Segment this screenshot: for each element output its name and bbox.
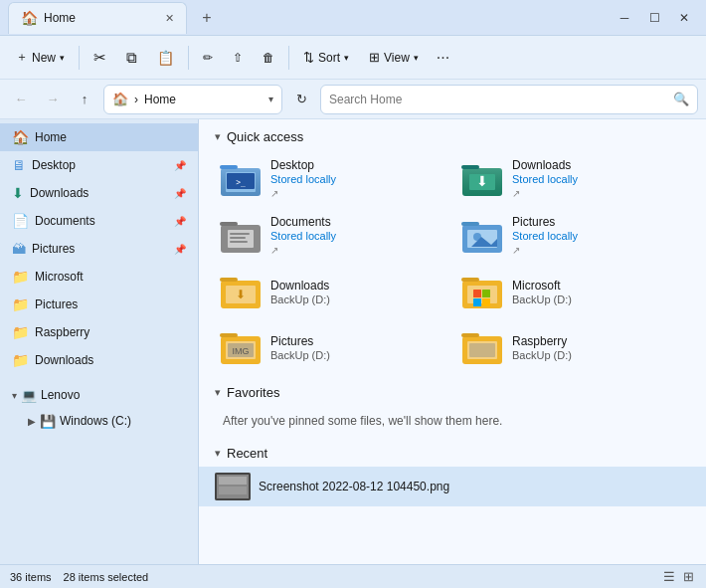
close-button[interactable]: ✕	[670, 6, 698, 30]
windows-c-chevron-icon: ▶	[28, 416, 36, 427]
qa-documents-item[interactable]: Documents Stored locally ↗	[211, 207, 452, 264]
sidebar-item-microsoft[interactable]: 📁 Microsoft	[0, 263, 198, 291]
sidebar-raspberry-label: Raspberry	[35, 325, 186, 339]
svg-rect-14	[230, 233, 250, 235]
view-icon: ⊞	[369, 50, 380, 65]
qa-pictures-item[interactable]: Pictures Stored locally ↗	[452, 207, 694, 264]
raspberry-folder-icon: 📁	[12, 324, 29, 340]
tab-close-icon[interactable]: ✕	[165, 12, 174, 25]
qa-pictures-sub: Stored locally	[512, 230, 578, 242]
qa-documents-sub: Stored locally	[270, 230, 336, 242]
share-button[interactable]: ⇧	[225, 42, 251, 74]
new-icon: ＋	[16, 49, 28, 66]
status-view-controls: ☰ ⊞	[661, 567, 696, 586]
qa-pictures-backup-sub: BackUp (D:)	[270, 349, 330, 361]
toolbar: ＋ New ▾ ✂ ⧉ 📋 ✏ ⇧ 🗑 ⇅ Sort ▾ ⊞ View ▾ ··…	[0, 36, 706, 80]
qa-microsoft-backup-item[interactable]: Microsoft BackUp (D:)	[452, 264, 694, 319]
maximize-button[interactable]: ☐	[640, 6, 668, 30]
qa-microsoft-backup-name: Microsoft	[512, 279, 572, 293]
pictures-backup-folder-svg: IMG	[220, 328, 262, 366]
favorites-header[interactable]: ▾ Favorites	[199, 375, 706, 406]
pictures2-folder-icon: 📁	[12, 296, 29, 312]
address-field[interactable]: 🏠 › Home ▾	[103, 85, 282, 114]
sort-button[interactable]: ⇅ Sort ▾	[295, 42, 357, 74]
minimize-button[interactable]: ─	[611, 6, 638, 30]
sidebar-item-documents[interactable]: 📄 Documents 📌	[0, 207, 198, 235]
raspberry-backup-folder-svg	[461, 328, 503, 366]
qa-microsoft-backup-sub: BackUp (D:)	[512, 294, 572, 305]
qa-documents-info: Documents Stored locally ↗	[270, 215, 336, 256]
recent-screenshot-item[interactable]: Screenshot 2022-08-12 104450.png	[199, 467, 706, 506]
svg-rect-12	[220, 222, 238, 226]
sidebar-home-label: Home	[35, 130, 186, 144]
more-button[interactable]: ···	[431, 45, 455, 71]
svg-rect-34	[220, 333, 238, 337]
sort-icon: ⇅	[303, 50, 314, 65]
qa-desktop-info: Desktop Stored locally ↗	[270, 158, 336, 199]
sidebar-item-desktop[interactable]: 🖥 Desktop 📌	[0, 151, 198, 179]
list-view-button[interactable]: ☰	[661, 567, 677, 586]
sidebar-item-downloads[interactable]: ⬇ Downloads 📌	[0, 179, 198, 207]
search-box[interactable]: 🔍	[320, 85, 698, 114]
qa-desktop-item[interactable]: >_ Desktop Stored locally ↗	[211, 150, 452, 207]
documents-folder-svg	[220, 217, 262, 255]
view-chevron-icon: ▾	[414, 53, 419, 63]
sidebar-downloads-label: Downloads	[30, 186, 168, 200]
quick-access-header[interactable]: ▾ Quick access	[199, 119, 706, 150]
quick-access-row-2: Documents Stored locally ↗ Pictur	[199, 207, 706, 264]
qa-pictures-backup-item[interactable]: IMG Pictures BackUp (D:)	[211, 319, 452, 375]
recent-chevron-icon: ▾	[215, 447, 221, 460]
sidebar-tree-lenovo[interactable]: ▾ 💻 Lenovo	[0, 382, 198, 408]
paste-button[interactable]: 📋	[149, 42, 182, 74]
svg-rect-41	[469, 343, 495, 357]
favorites-chevron-icon: ▾	[215, 386, 221, 399]
svg-rect-27	[461, 278, 479, 282]
main-area: 🏠 Home 🖥 Desktop 📌 ⬇ Downloads 📌 📄 Docum…	[0, 119, 706, 564]
view-button[interactable]: ⊞ View ▾	[361, 42, 427, 74]
grid-view-button[interactable]: ⊞	[681, 567, 696, 586]
sidebar-tree-windows-c[interactable]: ▶ 💾 Windows (C:)	[0, 408, 198, 434]
qa-raspberry-backup-sub: BackUp (D:)	[512, 349, 572, 361]
status-selected-count: 28 items selected	[64, 571, 661, 583]
quick-access-row-4: IMG Pictures BackUp (D:)	[199, 319, 706, 375]
microsoft-folder-icon: 📁	[12, 269, 29, 285]
qa-downloads-item[interactable]: ⬇ Downloads Stored locally ↗	[452, 150, 694, 207]
svg-text:⬇: ⬇	[236, 288, 246, 301]
rename-button[interactable]: ✏	[195, 42, 221, 74]
up-button[interactable]: ↑	[72, 87, 97, 112]
new-tab-button[interactable]: +	[193, 4, 221, 32]
refresh-button[interactable]: ↻	[288, 87, 314, 112]
qa-raspberry-backup-item[interactable]: Raspberry BackUp (D:)	[452, 319, 694, 375]
new-button[interactable]: ＋ New ▾	[8, 42, 73, 74]
sidebar-item-downloads2[interactable]: 📁 Downloads	[0, 346, 198, 374]
qa-microsoft-backup-info: Microsoft BackUp (D:)	[512, 279, 572, 305]
pictures-folder-svg	[461, 217, 503, 255]
sidebar-pictures2-label: Pictures	[35, 297, 186, 311]
qa-downloads-backup-sub: BackUp (D:)	[270, 294, 330, 305]
qa-desktop-icon-wrap: >_	[219, 159, 263, 199]
qa-documents-name: Documents	[270, 215, 336, 229]
sort-chevron-icon: ▾	[344, 53, 349, 63]
svg-rect-8	[461, 165, 479, 169]
sidebar-item-pictures2[interactable]: 📁 Pictures	[0, 291, 198, 318]
recent-header[interactable]: ▾ Recent	[199, 436, 706, 467]
svg-rect-32	[482, 298, 490, 306]
copy-button[interactable]: ⧉	[118, 42, 145, 74]
sidebar-item-pictures[interactable]: 🏔 Pictures 📌	[0, 235, 198, 263]
sidebar-item-raspberry[interactable]: 📁 Raspberry	[0, 318, 198, 346]
cut-button[interactable]: ✂	[86, 42, 114, 74]
pin-icon-documents: 📌	[174, 216, 186, 227]
qa-downloads-backup-item[interactable]: ⬇ Downloads BackUp (D:)	[211, 264, 452, 319]
svg-rect-23	[220, 278, 238, 282]
address-path-text: Home	[144, 93, 176, 106]
toolbar-divider-1	[79, 46, 80, 70]
back-button[interactable]: ←	[8, 87, 34, 112]
delete-button[interactable]: 🗑	[255, 42, 282, 74]
qa-microsoft-backup-icon-wrap	[460, 272, 504, 311]
share-icon: ⇧	[233, 51, 243, 65]
sidebar-item-home[interactable]: 🏠 Home	[0, 123, 198, 151]
forward-button[interactable]: →	[40, 87, 66, 112]
home-tab[interactable]: 🏠 Home ✕	[8, 2, 187, 34]
search-input[interactable]	[329, 93, 667, 106]
svg-rect-30	[482, 290, 490, 297]
